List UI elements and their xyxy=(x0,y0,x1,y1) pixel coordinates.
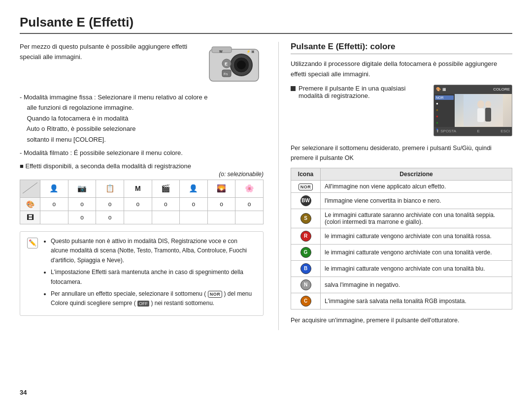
right-section-title: Pulsante E (Effetti): colore xyxy=(291,42,512,54)
effects-table: 👤 📷 📋 M 🎬 👤 🌄 🌸 🎨 o o o o o xyxy=(20,180,264,224)
camera-illustration: W E Fn ⚡ ▣ xyxy=(204,42,264,86)
desc-icon-cell: R xyxy=(291,228,321,244)
screen-photo xyxy=(455,94,512,127)
desc-table-row: Ble immagini catturate vengono archiviat… xyxy=(291,260,512,277)
desc-text-cell: All'immagine non viene applicato alcun e… xyxy=(321,180,512,192)
col-header-icon: Icona xyxy=(291,168,321,180)
nor-icon: NOR xyxy=(299,184,313,190)
step2-text: Per acquisire un'immagine, premere il pu… xyxy=(291,315,512,325)
menu-bw: ● xyxy=(435,101,454,106)
cell-7: o xyxy=(207,197,235,211)
svg-text:W: W xyxy=(219,50,223,53)
note-list: Questo pulsante non è attivo in modalità… xyxy=(43,237,256,311)
desc-text-cell: le immagini catturate vengono archiviate… xyxy=(321,228,512,244)
effect-icon-badge: B xyxy=(300,263,311,274)
table-row-film: 🎞 o o xyxy=(20,211,264,224)
right-column: Pulsante E (Effetti): colore Utilizzando… xyxy=(278,42,512,330)
camera-screen-mockup: 🎨 ▦ COLORE NOR ● ● ● ● ● xyxy=(433,85,512,136)
bullet-effects: ■ Effetti disponibili, a seconda della m… xyxy=(20,162,264,170)
cell-8: o xyxy=(235,197,264,211)
desc-icon-cell: C xyxy=(291,293,321,309)
svg-text:Fn: Fn xyxy=(224,72,228,76)
effect-icon-badge: S xyxy=(300,213,311,224)
description-table: Icona Descrizione NORAll'immagine non vi… xyxy=(291,168,512,309)
note-item-1: Questo pulsante non è attivo in modalità… xyxy=(51,237,256,266)
bottom-esci: ESCI xyxy=(500,129,510,133)
cell-f5 xyxy=(152,211,180,224)
desc-icon-cell: G xyxy=(291,244,321,260)
mode-manual: M xyxy=(124,180,152,197)
desc-icon-cell: NOR xyxy=(291,180,321,192)
desc-icon-cell: BW xyxy=(291,192,321,209)
svg-rect-15 xyxy=(477,108,484,122)
left-column: Per mezzo di questo pulsante è possibile… xyxy=(20,42,264,330)
cell-5: o xyxy=(152,197,180,211)
menu-g: ● xyxy=(435,120,454,125)
col-header-desc: Descrizione xyxy=(321,168,512,180)
menu-nor: NOR xyxy=(435,95,454,100)
cell-f2: o xyxy=(68,211,96,224)
square-bullet-icon xyxy=(291,86,296,91)
svg-line-12 xyxy=(23,183,37,193)
desc-text-cell: Le immagini catturate saranno archiviate… xyxy=(321,209,512,228)
svg-text:⚡: ⚡ xyxy=(246,49,251,54)
indent-text-1: - Modalità immagine fissa : Selezionare … xyxy=(20,92,264,145)
table-corner xyxy=(20,180,40,197)
desc-icon-cell: N xyxy=(291,277,321,293)
desc-table-row: BWl'immagine viene convertita in bianco … xyxy=(291,192,512,209)
cell-6: o xyxy=(180,197,208,211)
desc-text-cell: l'immagine viene convertita in bianco e … xyxy=(321,192,512,209)
svg-text:E: E xyxy=(225,62,228,66)
mode-landscape: 🌄 xyxy=(207,180,235,197)
desc-table-row: CL'immagine sarà salvata nella tonalità … xyxy=(291,293,512,309)
premere-text: Premere il pulsante E in una qualsiasi m… xyxy=(299,85,429,99)
page-title: Pulsante E (Effetti) xyxy=(20,15,512,34)
cell-f3: o xyxy=(96,211,124,224)
note-box: ✏️ Questo pulsante non è attivo in modal… xyxy=(20,231,264,316)
svg-point-16 xyxy=(485,101,491,108)
indent-text-2: - Modalità filmato : É possibile selezio… xyxy=(20,148,264,158)
mode-scene: 👤 xyxy=(180,180,208,197)
screen-colore-label: COLORE xyxy=(493,87,510,92)
selezionabile-label: (o: selezionabile) xyxy=(20,171,264,178)
note-item-3: Per annullare un effetto speciale, selez… xyxy=(51,289,256,309)
effect-icon-badge: C xyxy=(300,296,311,307)
cell-f8 xyxy=(235,211,264,224)
desc-icon-cell: S xyxy=(291,209,321,228)
left-intro-text: Per mezzo di questo pulsante è possibile… xyxy=(20,42,197,62)
desc-table-row: Nsalva l'immagine in negativo. xyxy=(291,277,512,293)
svg-point-14 xyxy=(477,100,484,108)
row-icon-color: 🎨 xyxy=(20,197,40,211)
svg-text:▣: ▣ xyxy=(251,50,255,53)
cell-f4 xyxy=(124,211,152,224)
effect-icon-badge: R xyxy=(300,231,311,242)
desc-text-cell: salva l'immagine in negativo. xyxy=(321,277,512,293)
right-intro: Utilizzando il processore digitale della… xyxy=(291,59,512,80)
mode-auto: 📷 xyxy=(68,180,96,197)
svg-rect-17 xyxy=(485,108,491,122)
cell-1: o xyxy=(40,197,68,211)
cell-2: o xyxy=(68,197,96,211)
desc-table-row: Rle immagini catturate vengono archiviat… xyxy=(291,228,512,244)
premere-block: Premere il pulsante E in una qualsiasi m… xyxy=(291,85,429,99)
effect-icon-badge: BW xyxy=(300,195,311,206)
mode-custom: 📋 xyxy=(96,180,124,197)
bottom-e: E xyxy=(477,129,480,133)
mode-video: 🎬 xyxy=(152,180,180,197)
row-icon-film: 🎞 xyxy=(20,211,40,224)
mode-flower: 🌸 xyxy=(235,180,264,197)
menu-r: ● xyxy=(435,114,454,119)
desc-table-row: SLe immagini catturate saranno archiviat… xyxy=(291,209,512,228)
cell-f1 xyxy=(40,211,68,224)
cell-3: o xyxy=(96,197,124,211)
desc-icon-cell: B xyxy=(291,260,321,277)
cell-f7 xyxy=(207,211,235,224)
desc-table-row: Gle immagini catturate vengono archiviat… xyxy=(291,244,512,260)
desc-table-row: NORAll'immagine non viene applicato alcu… xyxy=(291,180,512,192)
menu-s: ● xyxy=(435,107,454,113)
screen-menu: NOR ● ● ● ● ● xyxy=(434,94,455,127)
table-row-color: 🎨 o o o o o o o o xyxy=(20,197,264,211)
svg-point-4 xyxy=(237,61,246,69)
mode-portrait: 👤 xyxy=(40,180,68,197)
step1-text: Per selezionare il sottomenu desiderato,… xyxy=(291,143,512,163)
